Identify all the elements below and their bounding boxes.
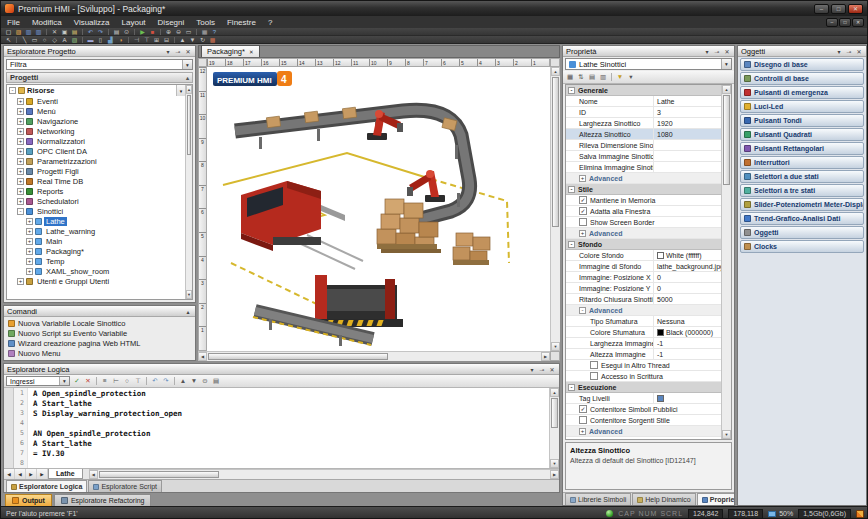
- menu-item[interactable]: ?: [262, 18, 278, 27]
- chevron-down-icon[interactable]: [528, 366, 536, 373]
- object-category-disegno-di-base[interactable]: Disegno di base: [740, 58, 864, 71]
- button-icon[interactable]: ▬: [86, 36, 95, 44]
- close-button[interactable]: [848, 4, 863, 14]
- check-logic-icon[interactable]: ✓: [72, 376, 82, 386]
- property-row[interactable]: Altezza Sinottico1080: [566, 129, 721, 140]
- property-section-header[interactable]: -Esecuzione: [566, 382, 721, 393]
- property-advanced-toggle[interactable]: +Advanced: [566, 228, 721, 239]
- chevron-down-icon[interactable]: [835, 48, 843, 55]
- scroll-up-icon[interactable]: [186, 85, 192, 94]
- close-tab-icon[interactable]: [249, 49, 254, 55]
- tree-item-reports[interactable]: +Reports: [7, 186, 185, 196]
- code-line[interactable]: 7= IV.30: [14, 448, 549, 458]
- advanced-expander[interactable]: -: [579, 307, 586, 314]
- tree-item-packaging[interactable]: +Packaging*: [7, 246, 185, 256]
- property-row[interactable]: Ritardo Chiusura Sinottico5000: [566, 294, 721, 305]
- section-expander[interactable]: -: [568, 87, 575, 94]
- tree-item-menu[interactable]: +Menù: [7, 106, 185, 116]
- collapse-icon[interactable]: [184, 308, 192, 315]
- object-category-pulsanti-emergenza[interactable]: Pulsanti di emergenza: [740, 86, 864, 99]
- code-line[interactable]: 4: [14, 418, 549, 428]
- property-row-checkbox[interactable]: Adatta alla Finestra: [566, 206, 721, 217]
- object-category-oggetti[interactable]: Oggetti: [740, 226, 864, 239]
- property-row[interactable]: Larghezza Sinottico1920: [566, 118, 721, 129]
- section-expander[interactable]: -: [568, 384, 575, 391]
- tree-item-opc-client-da[interactable]: +OPC Client DA: [7, 146, 185, 156]
- property-row-checkbox[interactable]: Esegui in Altro Thread: [566, 360, 721, 371]
- print-icon[interactable]: ▤: [112, 28, 121, 36]
- tree-expander[interactable]: -: [17, 208, 24, 215]
- projects-group-header[interactable]: Progetti: [6, 72, 193, 83]
- move-up-icon[interactable]: ▲: [178, 376, 188, 386]
- scroll-down-icon[interactable]: [186, 290, 192, 299]
- close-icon[interactable]: [184, 48, 192, 55]
- scroll-down-icon[interactable]: [722, 430, 731, 439]
- tree-item-navigazione[interactable]: +Navigazione: [7, 116, 185, 126]
- advanced-expander[interactable]: +: [579, 428, 586, 435]
- property-row[interactable]: Tipo SfumaturaNessuna: [566, 316, 721, 327]
- tree-item-xaml-show-room[interactable]: +XAML_show_room: [7, 266, 185, 276]
- scroll-left-icon[interactable]: [89, 470, 98, 479]
- tree-expander[interactable]: +: [17, 138, 24, 145]
- menu-item[interactable]: Visualizza: [68, 18, 116, 27]
- property-row[interactable]: Elimina Immagine Sinottico: [566, 162, 721, 173]
- scroll-right-icon[interactable]: [541, 352, 550, 361]
- property-pages-icon[interactable]: ▤: [587, 72, 597, 82]
- tree-expander[interactable]: +: [26, 248, 33, 255]
- scroll-down-icon[interactable]: [550, 459, 559, 468]
- command-nuova-variabile-locale[interactable]: Nuova Variabile Locale Sinottico: [6, 318, 193, 328]
- scroll-thumb[interactable]: [99, 471, 219, 478]
- code-line[interactable]: 8: [14, 458, 549, 468]
- property-section-header[interactable]: -Stile: [566, 184, 721, 195]
- paste-icon[interactable]: ▤: [70, 28, 79, 36]
- property-row[interactable]: Salva Immagine Sinottico: [566, 151, 721, 162]
- redo-icon[interactable]: ↷: [96, 28, 105, 36]
- property-row[interactable]: Larghezza Immagine-1: [566, 338, 721, 349]
- tree-expander[interactable]: +: [17, 158, 24, 165]
- menu-item[interactable]: Modifica: [26, 18, 68, 27]
- display-icon[interactable]: ▯: [96, 36, 105, 44]
- tab-help-dinamico[interactable]: Help Dinamico: [632, 493, 696, 505]
- scroll-down-icon[interactable]: [551, 342, 560, 351]
- tree-expander[interactable]: +: [26, 268, 33, 275]
- fill-color-icon[interactable]: ▩: [208, 36, 217, 44]
- tree-expander[interactable]: +: [17, 118, 24, 125]
- object-category-pulsanti-rettangolari[interactable]: Pulsanti Rettangolari: [740, 142, 864, 155]
- align-top-icon[interactable]: ⊤: [142, 36, 151, 44]
- canvas-scene[interactable]: PREMIUM HMI 4: [207, 67, 550, 351]
- filter-input[interactable]: Filtra: [6, 59, 193, 70]
- tree-expander[interactable]: +: [26, 238, 33, 245]
- menu-item[interactable]: Layout: [116, 18, 152, 27]
- tree-expander[interactable]: +: [17, 278, 24, 285]
- checkbox[interactable]: [579, 196, 587, 204]
- object-category-trend-grafico[interactable]: Trend-Grafico-Analisi Dati: [740, 212, 864, 225]
- last-sheet-button[interactable]: [37, 469, 48, 479]
- tab-librerie-simboli[interactable]: Librerie Simboli: [565, 493, 631, 505]
- tree-expander[interactable]: +: [17, 128, 24, 135]
- property-row[interactable]: Colore SfumaturaBlack (000000): [566, 327, 721, 338]
- send-back-icon[interactable]: ▼: [188, 36, 197, 44]
- rectangle-icon[interactable]: ▭: [30, 36, 39, 44]
- tree-root-risorse[interactable]: Risorse: [7, 85, 185, 96]
- run-icon[interactable]: ▶: [138, 28, 147, 36]
- ungroup-icon[interactable]: ⊟: [162, 36, 171, 44]
- close-icon[interactable]: [855, 48, 863, 55]
- print-icon[interactable]: ▤: [211, 376, 221, 386]
- pin-icon[interactable]: [174, 48, 182, 55]
- mdi-restore-button[interactable]: [839, 18, 851, 27]
- tree-item-parametrizzazioni[interactable]: +Parametrizzazioni: [7, 156, 185, 166]
- insert-row-icon[interactable]: ≡: [100, 376, 110, 386]
- attributes-icon[interactable]: ▥: [598, 72, 608, 82]
- find-icon[interactable]: ⊙: [200, 376, 210, 386]
- previous-sheet-button[interactable]: [15, 469, 26, 479]
- section-expander[interactable]: -: [568, 186, 575, 193]
- coil-icon[interactable]: ○: [122, 376, 132, 386]
- tree-item-main[interactable]: +Main: [7, 236, 185, 246]
- group-icon[interactable]: ⊞: [152, 36, 161, 44]
- tree-item-temp[interactable]: +Temp: [7, 256, 185, 266]
- premium-hmi-logo[interactable]: PREMIUM HMI 4: [213, 71, 292, 86]
- help-icon[interactable]: ?: [210, 28, 219, 36]
- open-icon[interactable]: ▨: [14, 28, 23, 36]
- tab-proprieta[interactable]: Proprietà: [697, 493, 735, 505]
- delete-row-icon[interactable]: ✕: [83, 376, 93, 386]
